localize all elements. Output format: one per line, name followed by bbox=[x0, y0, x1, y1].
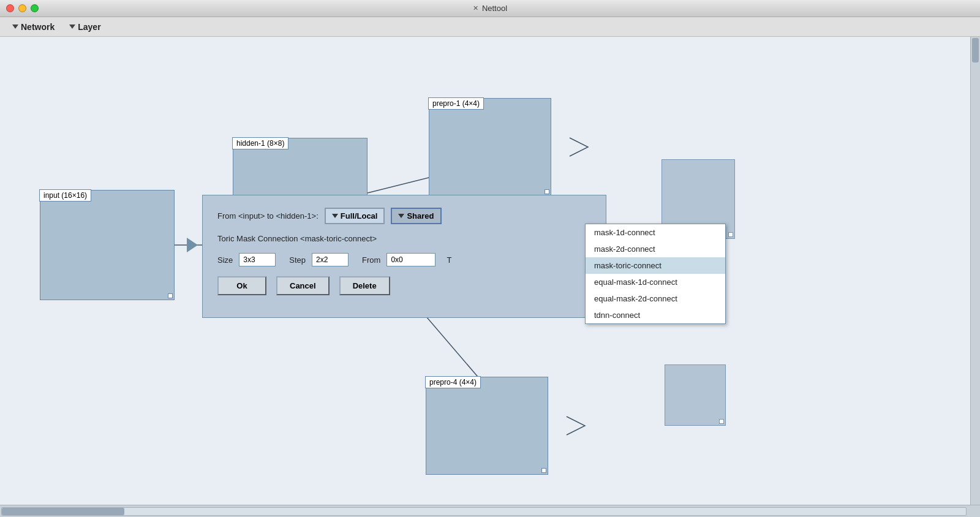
dialog-row-fields: Size Step From T bbox=[217, 253, 591, 266]
title-text: Nettool bbox=[482, 4, 507, 13]
dialog-from-to-label: From <input> to <hidden-1>: bbox=[217, 211, 318, 221]
dropdown-item-mask-2d[interactable]: mask-2d-connect bbox=[586, 241, 725, 257]
node-prepro1-corner bbox=[545, 189, 549, 194]
window-title: ✕ Nettool bbox=[473, 4, 507, 13]
shared-arrow-icon bbox=[398, 214, 404, 218]
btn-shared-label: Shared bbox=[407, 211, 434, 221]
node-prepro4-corner bbox=[541, 468, 546, 473]
dialog-row-buttons: Ok Cancel Delete bbox=[217, 276, 591, 295]
menu-layer-label: Layer bbox=[78, 22, 100, 32]
maximize-button[interactable] bbox=[31, 4, 39, 12]
delete-button[interactable]: Delete bbox=[339, 276, 390, 295]
connection-dialog: From <input> to <hidden-1>: Full/Local S… bbox=[202, 195, 606, 318]
status-bar bbox=[0, 505, 980, 517]
node-right-top-corner bbox=[728, 232, 733, 237]
scrollbar-horizontal-thumb[interactable] bbox=[2, 508, 124, 515]
node-hidden1-label: hidden-1 (8×8) bbox=[232, 137, 288, 149]
btn-shared[interactable]: Shared bbox=[391, 208, 441, 224]
scrollbar-vertical-thumb[interactable] bbox=[972, 38, 979, 62]
dialog-row-conn-label: Toric Mask Connection <mask-toric-connec… bbox=[217, 234, 591, 243]
node-input-corner bbox=[168, 293, 173, 298]
dialog-step-input[interactable] bbox=[312, 253, 349, 266]
btn-full-local-label: Full/Local bbox=[341, 211, 378, 221]
node-prepro1[interactable]: prepro-1 (4×4) bbox=[429, 98, 551, 196]
dropdown-item-equal-mask-2d[interactable]: equal-mask-2d-connect bbox=[586, 290, 725, 307]
menu-bar: Network Layer bbox=[0, 17, 980, 37]
cancel-button[interactable]: Cancel bbox=[276, 276, 330, 295]
dialog-step-label: Step bbox=[289, 255, 306, 265]
layer-arrow-icon bbox=[69, 25, 75, 29]
title-icon: ✕ bbox=[473, 4, 478, 12]
canvas[interactable]: input (16×16) hidden-1 (8×8) prepro-1 (4… bbox=[0, 37, 970, 505]
node-prepro4-label: prepro-4 (4×4) bbox=[425, 376, 481, 388]
main-area: input (16×16) hidden-1 (8×8) prepro-1 (4… bbox=[0, 37, 980, 505]
menu-layer[interactable]: Layer bbox=[62, 20, 108, 34]
network-arrow-icon bbox=[12, 25, 18, 29]
menu-network-label: Network bbox=[21, 22, 55, 32]
dialog-size-input[interactable] bbox=[239, 253, 276, 266]
menu-network[interactable]: Network bbox=[5, 20, 62, 34]
node-right-bottom-corner bbox=[719, 419, 724, 424]
scrollbar-vertical[interactable] bbox=[970, 37, 980, 505]
dialog-t-label: T bbox=[447, 255, 451, 265]
dialog-row-type: From <input> to <hidden-1>: Full/Local S… bbox=[217, 208, 591, 224]
node-input[interactable]: input (16×16) bbox=[40, 190, 175, 300]
dropdown-item-mask-1d[interactable]: mask-1d-connect bbox=[586, 224, 725, 241]
ok-button[interactable]: Ok bbox=[217, 276, 266, 295]
dialog-from-label: From bbox=[362, 255, 380, 265]
node-prepro4[interactable]: prepro-4 (4×4) bbox=[426, 377, 548, 475]
title-bar: ✕ Nettool bbox=[0, 0, 980, 17]
window-controls bbox=[6, 4, 39, 12]
full-local-arrow-icon bbox=[332, 214, 338, 218]
connection-type-dropdown: mask-1d-connect mask-2d-connect mask-tor… bbox=[585, 224, 726, 324]
node-prepro1-label: prepro-1 (4×4) bbox=[428, 97, 484, 110]
dropdown-item-mask-toric[interactable]: mask-toric-connect bbox=[586, 257, 725, 274]
close-button[interactable] bbox=[6, 4, 14, 12]
dialog-size-label: Size bbox=[217, 255, 233, 265]
dropdown-item-tdnn[interactable]: tdnn-connect bbox=[586, 307, 725, 323]
node-right-bottom[interactable] bbox=[665, 364, 726, 426]
scrollbar-horizontal[interactable] bbox=[1, 507, 967, 516]
dropdown-item-equal-mask-1d[interactable]: equal-mask-1d-connect bbox=[586, 274, 725, 290]
dialog-conn-label: Toric Mask Connection <mask-toric-connec… bbox=[217, 234, 377, 243]
minimize-button[interactable] bbox=[18, 4, 26, 12]
dialog-from-input[interactable] bbox=[386, 253, 435, 266]
node-input-label: input (16×16) bbox=[39, 189, 91, 202]
btn-full-local[interactable]: Full/Local bbox=[325, 208, 385, 224]
